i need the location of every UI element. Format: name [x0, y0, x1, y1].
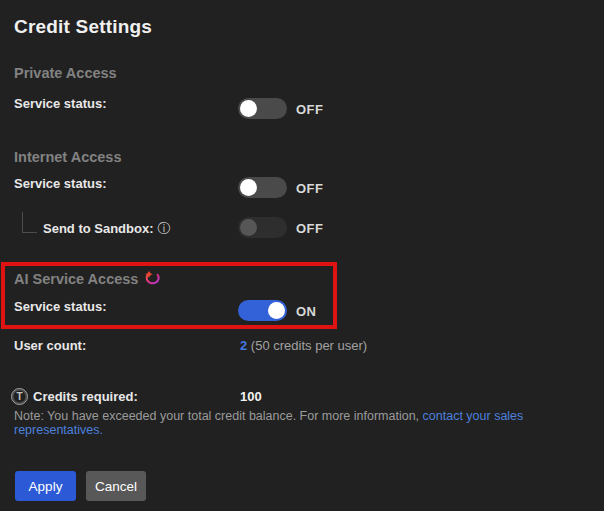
internet-service-status-toggle[interactable]: [238, 177, 287, 198]
internet-service-status-label: Service status:: [14, 176, 107, 191]
credits-required-value: 100: [240, 389, 262, 404]
tree-connector-line: [22, 212, 37, 233]
credit-balance-note: Note: You have exceeded your total credi…: [14, 409, 594, 437]
ai-sparkle-icon: [143, 270, 161, 287]
section-header-ai-service-access: AI Service Access: [14, 270, 161, 287]
internet-service-status-state: OFF: [296, 181, 324, 196]
ai-service-status-toggle[interactable]: [238, 300, 287, 321]
toggle-knob: [268, 302, 285, 319]
credit-token-icon: T: [11, 388, 28, 405]
section-header-internet-access: Internet Access: [14, 149, 121, 165]
user-count-label: User count:: [14, 338, 86, 353]
private-service-status-state: OFF: [296, 102, 324, 117]
user-count-value: 2 (50 credits per user): [240, 338, 367, 353]
private-service-status-toggle[interactable]: [238, 98, 287, 119]
toggle-knob: [240, 219, 257, 236]
section-header-private-access: Private Access: [14, 65, 117, 81]
info-icon[interactable]: ⓘ: [158, 220, 171, 238]
ai-service-status-label: Service status:: [14, 299, 107, 314]
toggle-knob: [240, 179, 257, 196]
send-to-sandbox-toggle[interactable]: [238, 217, 287, 238]
credit-settings-dialog: Credit Settings Private Access Service s…: [0, 0, 604, 511]
send-to-sandbox-state: OFF: [296, 221, 324, 236]
ai-service-status-state: ON: [296, 304, 317, 319]
cancel-button[interactable]: Cancel: [86, 471, 146, 501]
toggle-knob: [240, 100, 257, 117]
credits-required-label: Credits required:: [33, 389, 138, 404]
apply-button[interactable]: Apply: [15, 471, 76, 501]
page-title: Credit Settings: [14, 16, 152, 38]
send-to-sandbox-label: Send to Sandbox:ⓘ: [43, 220, 171, 238]
private-service-status-label: Service status:: [14, 96, 107, 111]
